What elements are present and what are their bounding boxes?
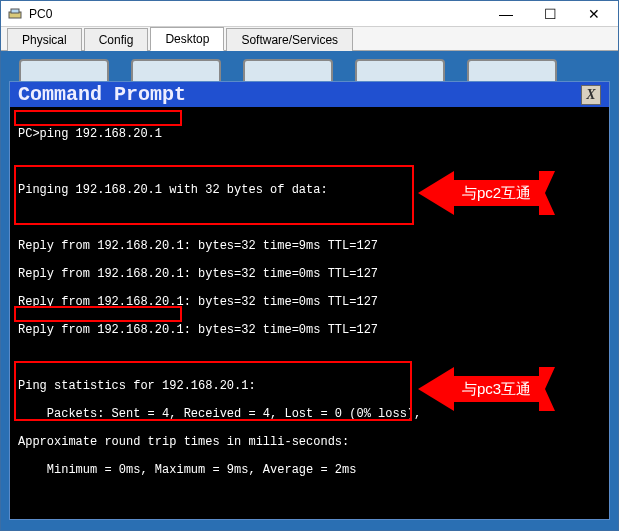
tab-software[interactable]: Software/Services xyxy=(226,28,353,51)
desktop-content: Command Prompt X PC>ping 192.168.20.1 Pi… xyxy=(1,51,618,530)
terminal-line: Minimum = 0ms, Maximum = 9ms, Average = … xyxy=(18,463,356,477)
window-title: PC0 xyxy=(27,7,484,21)
callout-pc2: 与pc2互通 xyxy=(418,171,555,215)
terminal-line: Reply from 192.168.20.1: bytes=32 time=9… xyxy=(18,239,378,253)
desktop-app-icon[interactable] xyxy=(19,59,109,81)
desktop-app-icon[interactable] xyxy=(467,59,557,81)
terminal-line: Approximate round trip times in milli-se… xyxy=(18,435,349,449)
terminal-line: Ping statistics for 192.168.20.1: xyxy=(18,379,256,393)
terminal-line: Reply from 192.168.20.1: bytes=32 time=0… xyxy=(18,323,378,337)
desktop-app-icon[interactable] xyxy=(131,59,221,81)
arrow-left-icon xyxy=(418,367,454,411)
terminal-line: Reply from 192.168.20.1: bytes=32 time=0… xyxy=(18,295,378,309)
tab-physical[interactable]: Physical xyxy=(7,28,82,51)
arrow-tail-icon xyxy=(539,367,555,411)
minimize-button[interactable]: — xyxy=(484,2,528,26)
arrow-tail-icon xyxy=(539,171,555,215)
terminal-line: Reply from 192.168.20.1: bytes=32 time=0… xyxy=(18,267,378,281)
tab-desktop[interactable]: Desktop xyxy=(150,27,224,51)
terminal-line: Packets: Sent = 4, Received = 4, Lost = … xyxy=(18,407,421,421)
command-prompt-titlebar[interactable]: Command Prompt X xyxy=(10,82,609,107)
callout-label: 与pc2互通 xyxy=(454,180,539,206)
app-icon xyxy=(7,6,23,22)
tab-config[interactable]: Config xyxy=(84,28,149,51)
tab-bar: Physical Config Desktop Software/Service… xyxy=(1,27,618,51)
command-prompt-close-button[interactable]: X xyxy=(581,85,601,105)
terminal-line: PC>ping 192.168.20.1 xyxy=(18,127,162,141)
command-prompt-window: Command Prompt X PC>ping 192.168.20.1 Pi… xyxy=(9,81,610,520)
terminal-line: Pinging 192.168.20.1 with 32 bytes of da… xyxy=(18,183,328,197)
close-button[interactable]: ✕ xyxy=(572,2,616,26)
desktop-app-icon[interactable] xyxy=(243,59,333,81)
desktop-icon-strip xyxy=(9,59,610,81)
command-prompt-title: Command Prompt xyxy=(18,83,581,106)
desktop-app-icon[interactable] xyxy=(355,59,445,81)
maximize-button[interactable]: ☐ xyxy=(528,2,572,26)
callout-pc3: 与pc3互通 xyxy=(418,367,555,411)
svg-marker-2 xyxy=(539,171,555,215)
arrow-left-icon xyxy=(418,171,454,215)
callout-label: 与pc3互通 xyxy=(454,376,539,402)
terminal-output[interactable]: PC>ping 192.168.20.1 Pinging 192.168.20.… xyxy=(10,107,609,518)
window-buttons: — ☐ ✕ xyxy=(484,2,616,26)
window-titlebar[interactable]: PC0 — ☐ ✕ xyxy=(1,1,618,27)
svg-marker-3 xyxy=(539,367,555,411)
svg-rect-1 xyxy=(11,9,19,13)
highlight-box-cmd1 xyxy=(14,110,182,126)
app-window: PC0 — ☐ ✕ Physical Config Desktop Softwa… xyxy=(0,0,619,531)
